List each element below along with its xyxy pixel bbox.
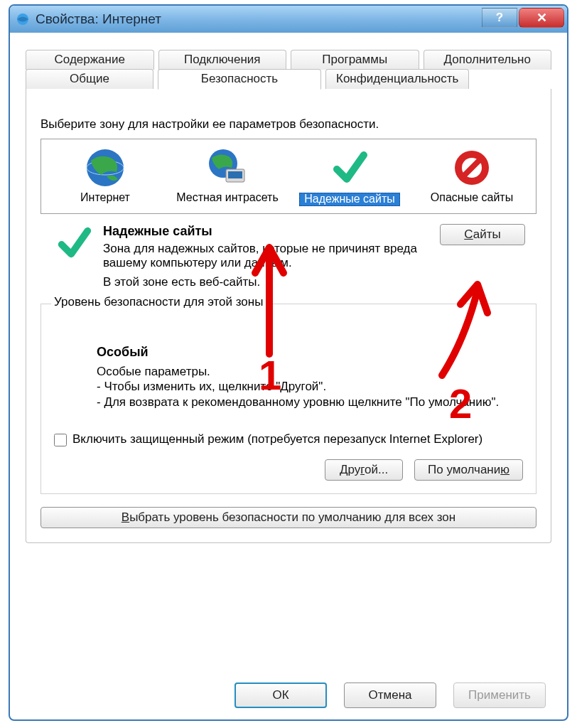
default-level-button[interactable]: По умолчанию: [414, 459, 523, 481]
zone-label: Опасные сайты: [412, 192, 532, 204]
tab-programs[interactable]: Программы: [291, 50, 419, 70]
zone-desc-title: Надежные сайты: [103, 224, 426, 239]
tab-security[interactable]: Безопасность: [158, 69, 321, 90]
question-icon: ?: [496, 11, 503, 25]
zone-caption: Выберите зону для настройки ее параметро…: [41, 117, 536, 132]
security-level-group: Уровень безопасности для этой зоны Особы…: [41, 304, 536, 494]
sites-btn-text: айты: [473, 228, 501, 241]
zone-restricted[interactable]: Опасные сайты: [411, 144, 533, 210]
checkmark-icon: [55, 224, 93, 262]
tab-privacy[interactable]: Конфиденциальность: [325, 69, 469, 89]
zone-desc-body: Зона для надежных сайтов, которые не при…: [103, 242, 426, 271]
zone-desc-note: В этой зоне есть веб-сайты.: [103, 275, 426, 289]
titlebar[interactable]: Свойства: Интернет ? ✕: [10, 6, 567, 33]
protected-mode-label: Включить защищенный режим (потребуется п…: [72, 432, 482, 446]
tab-connections[interactable]: Подключения: [158, 50, 287, 70]
tab-general[interactable]: Общие: [26, 69, 153, 89]
zone-list: Интернет Местная интрасеть Надежные сайт…: [41, 139, 536, 214]
zone-description-row: Надежные сайты Зона для надежных сайтов,…: [41, 214, 536, 295]
dialog-footer: ОК Отмена Применить: [10, 682, 567, 708]
tab-row-top: Содержание Подключения Программы Дополни…: [26, 50, 551, 70]
level-title: Особый: [97, 345, 516, 360]
level-line1: Особые параметры.: [97, 364, 516, 379]
zone-trusted[interactable]: Надежные сайты: [288, 144, 411, 210]
tab-row-bottom: Общие Безопасность Конфиденциальность: [26, 69, 551, 89]
zone-label: Местная интрасеть: [168, 192, 287, 204]
ok-button[interactable]: ОК: [234, 682, 327, 708]
zone-label: Надежные сайты: [299, 193, 400, 206]
svg-rect-5: [228, 171, 242, 178]
intranet-icon: [206, 146, 249, 189]
group-title: Уровень безопасности для этой зоны: [51, 295, 266, 309]
level-line3: - Для возврата к рекомендованному уровню…: [97, 395, 516, 410]
checkmark-icon: [328, 146, 371, 189]
custom-level-button[interactable]: Другой...: [325, 459, 403, 481]
apply-button[interactable]: Применить: [453, 682, 546, 708]
zone-intranet[interactable]: Местная интрасеть: [166, 144, 288, 210]
cancel-button[interactable]: Отмена: [344, 682, 436, 708]
dialog-window: Свойства: Интернет ? ✕ Содержание Подклю…: [9, 4, 568, 721]
close-icon: ✕: [536, 10, 547, 26]
globe-icon: [84, 146, 126, 189]
zone-internet[interactable]: Интернет: [44, 144, 166, 210]
close-button[interactable]: ✕: [519, 8, 564, 28]
help-button[interactable]: ?: [482, 8, 517, 28]
level-line2: - Чтобы изменить их, щелкните "Другой".: [97, 379, 516, 394]
tab-panel: Выберите зону для настройки ее параметро…: [26, 89, 551, 543]
tab-advanced[interactable]: Дополнительно: [424, 50, 552, 70]
reset-all-zones-button[interactable]: Выбрать уровень безопасности по умолчани…: [41, 507, 536, 528]
protected-mode-checkbox[interactable]: [54, 434, 67, 446]
zone-label: Интернет: [45, 192, 165, 204]
sites-button[interactable]: Сайты: [440, 224, 525, 245]
window-title: Свойства: Интернет: [36, 11, 161, 27]
prohibit-icon: [451, 146, 493, 189]
app-icon: [16, 12, 30, 26]
protected-mode-row[interactable]: Включить защищенный режим (потребуется п…: [54, 432, 523, 446]
tab-content[interactable]: Содержание: [26, 50, 154, 70]
